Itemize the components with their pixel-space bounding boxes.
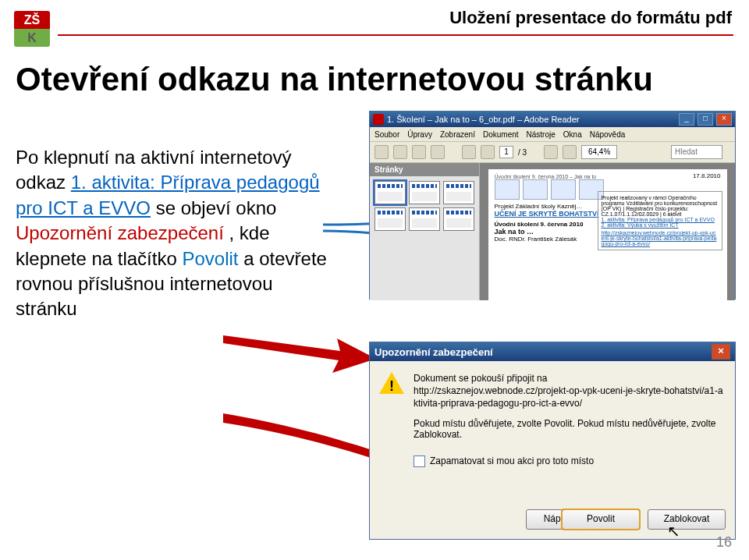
- adobe-icon: [373, 114, 384, 125]
- header-rule: [58, 34, 733, 36]
- menu-nastroje[interactable]: Nástroje: [527, 130, 556, 139]
- logo-bottom-text: K: [14, 29, 50, 47]
- body-paragraph: Po klepnutí na aktivní internetový odkaz…: [16, 145, 335, 322]
- doc-date: 17.8.2010: [693, 172, 721, 179]
- warning-icon: !: [379, 372, 404, 397]
- pdf-close-button[interactable]: ×: [716, 113, 732, 126]
- body-blue-text: Povolit: [182, 248, 238, 269]
- pdf-thumbnail-panel: Stránky: [370, 163, 480, 300]
- find-field[interactable]: Hledat: [671, 145, 722, 159]
- dialog-close-button[interactable]: ×: [712, 344, 730, 360]
- dialog-title-text: Upozornění zabezpečení: [374, 346, 493, 358]
- main-heading: Otevření odkazu na internetovou stránku: [16, 61, 653, 98]
- pdf-window-title: 1. Školení – Jak na to – 6_obr.pdf – Ado…: [387, 115, 579, 124]
- thumbnail-4[interactable]: [374, 207, 406, 231]
- body-red-text: Upozornění zabezpečení: [16, 222, 224, 243]
- page-number-field[interactable]: 1: [499, 146, 513, 158]
- thumbnail-3[interactable]: [443, 181, 474, 204]
- remember-label: Zapamatovat si mou akci pro toto místo: [430, 455, 594, 466]
- page-header-title: Uložení presentace do formátu pdf: [449, 8, 732, 28]
- pdf-toolbar: 1 / 3 64,4% Hledat: [370, 142, 735, 163]
- menu-okna[interactable]: Okna: [563, 130, 582, 139]
- mouse-cursor-icon: ↖: [667, 522, 680, 541]
- thumbnail-1[interactable]: [374, 181, 406, 204]
- dialog-url: http://zskaznejov.webnode.cz/projekt-op-…: [414, 385, 726, 409]
- pdf-titlebar: 1. Školení – Jak na to – 6_obr.pdf – Ado…: [370, 112, 735, 127]
- menu-soubor[interactable]: Soubor: [374, 130, 399, 139]
- security-warning-window: Upozornění zabezpečení × ! Dokument se p…: [369, 342, 736, 540]
- doc-url[interactable]: http://zskaznejov.webnode.cz/projekt-op-…: [602, 230, 719, 246]
- red-arrow-1: [223, 320, 379, 382]
- dialog-titlebar: Upozornění zabezpečení ×: [370, 342, 735, 361]
- zoom-out-icon[interactable]: [544, 145, 558, 159]
- thumbnail-2[interactable]: [409, 181, 440, 204]
- menu-upravy[interactable]: Úpravy: [407, 130, 432, 139]
- thumbnail-6[interactable]: [443, 207, 474, 231]
- logo-top-text: ZŠ: [14, 11, 50, 29]
- body-p1b: se objeví okno: [156, 197, 277, 218]
- brand-logo: ZŠ K: [14, 11, 50, 47]
- pdf-document-page: 17.8.2010 Úvodní školení 9. června 2010 …: [488, 169, 727, 302]
- thumbnails-title: Stránky: [370, 163, 479, 176]
- prev-page-icon[interactable]: [462, 145, 476, 159]
- dialog-trust-text: Pokud místu důvěřujete, zvolte Povolit. …: [370, 413, 735, 440]
- doc-right-desc: Projekt realizovaný v rámci Operačního p…: [602, 195, 719, 217]
- pdf-minimize-button[interactable]: _: [679, 113, 694, 126]
- remember-checkbox[interactable]: [414, 455, 425, 467]
- doc-link-activity-1[interactable]: 1. aktivita: Příprava pedagogů pro ICT a…: [602, 217, 719, 222]
- doc-top-line: Úvodní školení 9. června 2010 – Jak na t…: [495, 174, 721, 179]
- page-total-label: / 3: [518, 148, 527, 157]
- menu-dokument[interactable]: Dokument: [483, 130, 519, 139]
- zoom-field[interactable]: 64,4%: [581, 145, 617, 159]
- mail-icon[interactable]: [412, 145, 426, 159]
- allow-button[interactable]: Povolit: [562, 509, 640, 530]
- doc-link-activity-2[interactable]: 2. aktivita: Výuka s využitím ICT: [602, 222, 719, 228]
- menu-napoveda[interactable]: Nápověda: [590, 130, 626, 139]
- slide-page-number: 16: [716, 534, 732, 551]
- doc-right-box: Projekt realizovaný v rámci Operačního p…: [598, 191, 722, 250]
- print-icon[interactable]: [374, 145, 389, 159]
- sign-icon[interactable]: [431, 145, 445, 159]
- menu-zobrazeni[interactable]: Zobrazení: [440, 130, 475, 139]
- pdf-menubar: Soubor Úpravy Zobrazení Dokument Nástroj…: [370, 127, 735, 142]
- pdf-maximize-button[interactable]: □: [698, 113, 713, 126]
- zoom-in-icon[interactable]: [563, 145, 577, 159]
- save-icon[interactable]: [393, 145, 407, 159]
- doc-eu-logos: [495, 179, 604, 198]
- adobe-reader-window: 1. Školení – Jak na to – 6_obr.pdf – Ado…: [369, 111, 736, 299]
- block-button[interactable]: Zablokovat: [648, 509, 726, 530]
- dialog-line1: Dokument se pokouší připojit na: [414, 372, 726, 385]
- thumbnail-5[interactable]: [409, 207, 440, 231]
- next-page-icon[interactable]: [481, 145, 495, 159]
- pdf-page-viewport[interactable]: 17.8.2010 Úvodní školení 9. června 2010 …: [480, 163, 735, 300]
